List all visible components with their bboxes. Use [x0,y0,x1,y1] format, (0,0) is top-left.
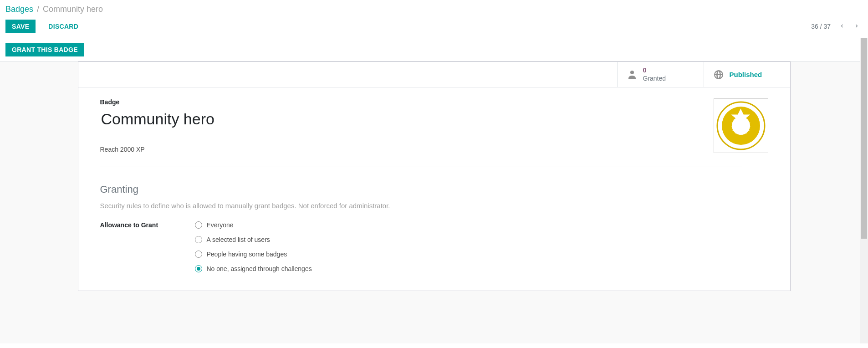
badge-medal-icon [716,101,766,151]
globe-icon [713,69,724,80]
discard-button[interactable]: DISCARD [42,20,85,33]
save-button[interactable]: SAVE [5,20,36,33]
action-bar: SAVE DISCARD 36 / 37 [0,17,868,38]
scrollbar-thumb[interactable] [861,38,867,239]
breadcrumb-current: Community hero [43,5,103,14]
radio-label: Everyone [207,221,234,229]
badge-title-input[interactable] [100,108,465,130]
radio-having-badges[interactable]: People having some badges [195,251,312,258]
radio-label: People having some badges [207,251,287,258]
pager-next-button[interactable] [851,21,863,32]
badge-description[interactable]: Reach 2000 XP [100,146,145,153]
radio-label: No one, assigned through challenges [207,265,312,272]
granting-help-text: Security rules to define who is allowed … [100,202,768,210]
radio-selected-users[interactable]: A selected list of users [195,236,312,243]
radio-icon [195,236,202,243]
breadcrumb: Badges / Community hero [0,0,868,17]
published-label: Published [730,71,762,78]
granted-label: Granted [643,75,666,83]
svg-point-0 [630,71,634,74]
radio-everyone[interactable]: Everyone [195,221,312,229]
content-scroll-area: GRANT THIS BADGE 0 Granted Published [0,38,868,343]
svg-point-4 [736,121,745,130]
radio-no-one[interactable]: No one, assigned through challenges [195,265,312,272]
radio-icon [195,251,202,258]
chevron-right-icon [853,23,860,29]
allowance-radio-group: Everyone A selected list of users People… [195,221,312,272]
breadcrumb-root-link[interactable]: Badges [5,5,33,14]
chevron-left-icon [839,23,845,29]
scrollbar[interactable] [860,38,868,343]
form-sheet: 0 Granted Published [78,61,791,291]
pager-prev-button[interactable] [836,21,848,32]
badge-image[interactable] [714,98,768,153]
badge-field-label: Badge [100,98,768,106]
user-icon [627,69,638,80]
pager-counter[interactable]: 36 / 37 [811,23,831,30]
allowance-label: Allowance to Grant [100,221,195,272]
grant-badge-button[interactable]: GRANT THIS BADGE [5,43,84,56]
granted-stat-button[interactable]: 0 Granted [617,62,704,87]
radio-icon [195,265,202,272]
granting-section-title: Granting [100,184,768,195]
granted-count: 0 [643,67,666,75]
grant-bar: GRANT THIS BADGE [0,38,868,61]
status-bar: 0 Granted Published [78,62,790,87]
published-status-button[interactable]: Published [704,62,790,87]
breadcrumb-separator: / [37,5,39,14]
radio-icon [195,221,202,229]
radio-label: A selected list of users [207,236,270,243]
pager: 36 / 37 [811,21,863,32]
